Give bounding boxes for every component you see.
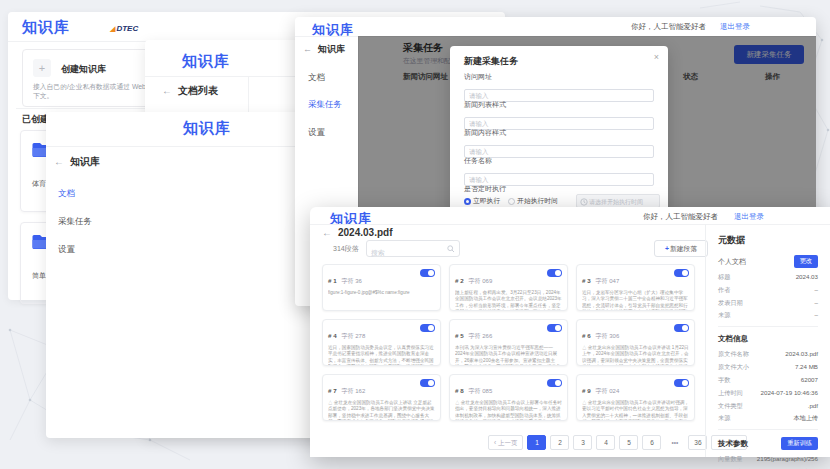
meta-value: – bbox=[815, 299, 818, 308]
logout-link[interactable]: 退出登录 bbox=[734, 212, 764, 222]
chunk-char-count: 字符 266 bbox=[469, 333, 493, 339]
chunk-text: △ 金壮龙出席全国国防动员工作会议并讲话 1月22日上午，2024年全国国防动员… bbox=[582, 345, 689, 366]
plus-icon: + bbox=[33, 59, 51, 77]
back-to-doc-list[interactable]: ←2024.03.pdf bbox=[322, 227, 392, 238]
meta-row: 原文件名称2024.03.pdf bbox=[718, 350, 818, 359]
chunk-enabled-toggle[interactable] bbox=[547, 269, 562, 277]
radio-scheduled-label: 开始执行时间 bbox=[517, 197, 558, 204]
meta-key: 标题 bbox=[718, 273, 730, 282]
chunk-text: 踏上新征程，奋楫再出发。3月22日至23日，2024年全国国防动员工作会议在北京… bbox=[455, 290, 562, 311]
meta-key: 来源 bbox=[718, 414, 730, 423]
chunk-card[interactable]: # 2字符 069踏上新征程，奋楫再出发。3月22日至23日，2024年全国国防… bbox=[449, 264, 568, 311]
meta-row: 作者– bbox=[718, 286, 818, 295]
pagination-page-2[interactable]: 2 bbox=[550, 435, 569, 450]
back-arrow-icon[interactable]: ← bbox=[54, 156, 64, 167]
time-placeholder: 请选择开始执行时间 bbox=[589, 199, 643, 205]
pagination-page-3[interactable]: 3 bbox=[573, 435, 592, 450]
field-task-name: 任务名称 bbox=[464, 156, 654, 186]
chunk-text: 近日，国家国防动员委员会议定，认真贯彻落实习近平总书记重要指示精神，推进全民国防… bbox=[328, 345, 435, 366]
metadata-panel: 元数据 个人文档 更改 标题2024.03 作者– 发表日期– 来源– 文档信息… bbox=[705, 224, 830, 457]
logout-link[interactable]: 退出登录 bbox=[720, 22, 750, 32]
back-kb[interactable]: ←知识库 bbox=[54, 155, 100, 169]
back-kb[interactable]: ←知识库 bbox=[303, 43, 345, 56]
retrain-button[interactable]: 重新训练 bbox=[781, 437, 818, 450]
back-title: 知识库 bbox=[70, 156, 100, 167]
chunk-card[interactable]: # 6字符 306△ 金壮龙出席全国国防动员工作会议并讲话 1月22日上午，20… bbox=[576, 319, 695, 366]
doc-type-row: 个人文档 更改 bbox=[718, 255, 818, 268]
chunk-text: △ 金壮龙在全国国防动员工作会议上讲话 立足新起点新使命，2023年，各地各部门… bbox=[328, 400, 435, 421]
sidebar-item-docs[interactable]: 文档 bbox=[308, 72, 325, 84]
pagination-page-6[interactable]: 6 bbox=[642, 435, 661, 450]
modal-title: 新建采集任务 bbox=[464, 55, 518, 68]
chunk-char-count: 字符 024 bbox=[596, 388, 620, 394]
meta-row: 原文件大小7.24 MB bbox=[718, 363, 818, 372]
sidebar-item-settings[interactable]: 设置 bbox=[58, 244, 75, 256]
pagination-page-4[interactable]: 4 bbox=[596, 435, 615, 450]
chunk-char-count: 字符 36 bbox=[342, 278, 362, 284]
document-title: 2024.03.pdf bbox=[338, 227, 392, 238]
sidebar-item-tasks[interactable]: 采集任务 bbox=[58, 216, 92, 228]
sidebar-item-docs[interactable]: 文档 bbox=[58, 188, 75, 200]
document-window: 知识库 你好，人工智能爱好者 退出登录 ←2024.03.pdf 314段落 +… bbox=[310, 207, 830, 457]
change-button[interactable]: 更改 bbox=[794, 255, 818, 268]
kb-card-name: 体育 bbox=[32, 179, 46, 189]
chunk-enabled-toggle[interactable] bbox=[420, 379, 435, 387]
meta-value: 本地上传 bbox=[793, 414, 818, 423]
chunk-id: # 3 bbox=[582, 277, 591, 284]
start-time-picker[interactable]: 请选择开始执行时间 bbox=[576, 194, 660, 208]
meta-value: 2024-07-19 10:46:36 bbox=[761, 389, 818, 398]
chunk-enabled-toggle[interactable] bbox=[674, 269, 689, 277]
chunk-enabled-toggle[interactable] bbox=[420, 324, 435, 332]
add-chunk-button[interactable]: +新建段落 bbox=[654, 240, 708, 257]
chunk-enabled-toggle[interactable] bbox=[674, 324, 689, 332]
metadata-title: 元数据 bbox=[718, 234, 818, 247]
radio-immediate[interactable] bbox=[464, 198, 471, 205]
back-arrow-icon[interactable]: ← bbox=[303, 44, 312, 54]
create-kb-title: 创建知识库 bbox=[61, 63, 106, 76]
chunk-card[interactable]: # 7字符 162△ 金壮龙在全国国防动员工作会议上讲话 立足新起点新使命，20… bbox=[322, 374, 441, 421]
chunk-char-count: 字符 162 bbox=[342, 388, 366, 394]
chunk-card[interactable]: # 5字符 266本刊讯 为深入学习宣传贯彻习近平强军思想——2024年全国国防… bbox=[449, 319, 568, 366]
meta-value: .pdf bbox=[808, 402, 818, 411]
doc-type-label: 个人文档 bbox=[718, 257, 746, 267]
user-greeting: 你好，人工智能爱好者 bbox=[643, 212, 718, 222]
chunk-card[interactable]: # 8字符 085△ 金壮龙在全国国防动员工作会议上部署今年任务时指出，要坚持目… bbox=[449, 374, 568, 421]
chunk-enabled-toggle[interactable] bbox=[674, 379, 689, 387]
sidebar-item-tasks[interactable]: 采集任务 bbox=[308, 99, 342, 111]
chunk-char-count: 字符 047 bbox=[596, 278, 620, 284]
field-content-style: 新闻内容样式 bbox=[464, 128, 654, 158]
meta-key: 发表日期 bbox=[718, 299, 743, 308]
field-label: 新闻内容样式 bbox=[464, 128, 654, 138]
back-doc-list[interactable]: ←文档列表 bbox=[162, 84, 218, 98]
plus-icon: + bbox=[665, 245, 669, 252]
pagination-prev[interactable]: ‹ 上一页 bbox=[488, 435, 523, 450]
pagination-page-5[interactable]: 5 bbox=[619, 435, 638, 450]
pagination-ellipsis[interactable]: ••• bbox=[665, 435, 684, 450]
sidebar-item-settings[interactable]: 设置 bbox=[308, 127, 325, 139]
meta-row: 标题2024.03 bbox=[718, 273, 818, 282]
chunk-card[interactable]: # 3字符 047近日，龙岩军分区学习中心组（扩大）理论集中学习，深入学习贯彻二… bbox=[576, 264, 695, 311]
chunk-enabled-toggle[interactable] bbox=[547, 324, 562, 332]
search-input[interactable] bbox=[367, 246, 451, 259]
partner-logo: ◢DTEC bbox=[110, 24, 138, 33]
meta-value: – bbox=[815, 286, 818, 295]
add-chunk-label: 新建段落 bbox=[670, 245, 697, 252]
radio-scheduled[interactable] bbox=[508, 198, 515, 205]
chunk-card[interactable]: # 1字符 36figure:1-figure-0.jpg@#$%c name:… bbox=[322, 264, 441, 311]
close-icon[interactable]: × bbox=[654, 52, 659, 62]
meta-key: 原文件大小 bbox=[718, 363, 749, 372]
meta-row: 来源本地上传 bbox=[718, 414, 818, 423]
app-logo: 知识库 bbox=[22, 18, 70, 37]
back-arrow-icon[interactable]: ← bbox=[322, 227, 332, 238]
chunk-text: △ 金壮龙在全国国防动员工作会议上部署今年任务时指出，要坚持目标导向和问题导向相… bbox=[455, 400, 562, 421]
chunk-card[interactable]: # 4字符 278近日，国家国防动员委员会议定，认真贯彻落实习近平总书记重要指示… bbox=[322, 319, 441, 366]
back-arrow-icon[interactable]: ← bbox=[162, 85, 172, 96]
chunk-card[interactable]: # 9字符 024△ 金壮龙出席全国国防动员工作会议并讲话时强调，要以习近平新时… bbox=[576, 374, 695, 421]
pagination-page-1[interactable]: 1 bbox=[527, 435, 546, 450]
back-title: 文档列表 bbox=[178, 85, 218, 96]
search-box bbox=[366, 240, 460, 257]
radio-immediate-label: 立即执行 bbox=[473, 197, 500, 204]
chunk-enabled-toggle[interactable] bbox=[547, 379, 562, 387]
meta-value: 7.24 MB bbox=[795, 363, 818, 372]
chunk-enabled-toggle[interactable] bbox=[420, 269, 435, 277]
